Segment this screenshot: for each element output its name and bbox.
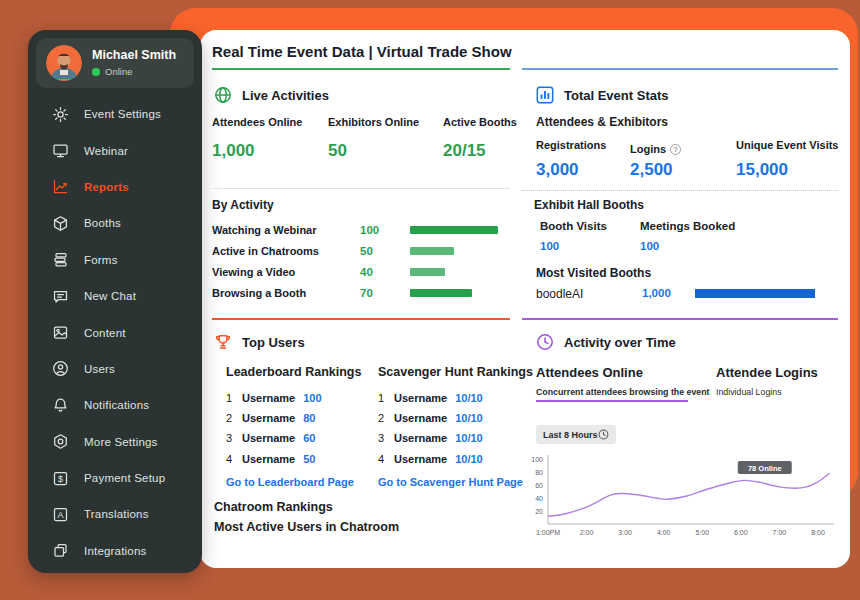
username: Username	[242, 392, 295, 404]
scavenger-row: 4Username10/10	[378, 453, 483, 465]
sidebar-item-payment-setup[interactable]: $ Payment Setup	[28, 460, 202, 496]
sidebar-item-more-settings[interactable]: More Settings	[28, 424, 202, 460]
rank: 4	[378, 453, 386, 465]
activity-value: 50	[360, 245, 410, 257]
username: Username	[242, 412, 295, 424]
integrations-icon	[52, 542, 69, 559]
user-circle-icon	[52, 360, 69, 377]
stat-label: Exhibitors Online	[328, 116, 419, 128]
title-underline	[212, 68, 510, 70]
hexagon-gear-icon	[52, 433, 69, 450]
x-tick: 3:00	[618, 529, 632, 536]
rank: 4	[226, 453, 234, 465]
activity-bar	[410, 268, 445, 276]
y-tick: 40	[535, 495, 543, 502]
sidebar-item-label: Forms	[84, 254, 118, 266]
activity-row: Browsing a Booth 70	[212, 285, 510, 301]
active-tab-underline	[536, 400, 688, 402]
sidebar-item-content[interactable]: Content	[28, 314, 202, 350]
sidebar-item-integrations[interactable]: Integrations	[28, 533, 202, 569]
attendees-exhibitors-subtitle: Attendees & Exhibitors	[536, 115, 668, 129]
score: 80	[303, 412, 315, 424]
chat-bubble-icon	[52, 288, 69, 305]
tab-attendees-online[interactable]: Attendees Online Concurrent attendees br…	[536, 365, 710, 397]
divider	[212, 188, 510, 189]
tab-sublabel: Concurrent attendees browsing the event	[536, 387, 710, 397]
activity-label: Browsing a Booth	[212, 287, 360, 299]
tab-attendee-logins[interactable]: Attendee Logins Individual Logins	[716, 365, 818, 397]
attendees-online-chart[interactable]: 204060801001:00PM2:003:004:005:006:007:0…	[522, 450, 842, 542]
sidebar-item-booths[interactable]: Booths	[28, 205, 202, 241]
score: 100	[303, 392, 321, 404]
rank: 2	[378, 412, 386, 424]
username: Username	[394, 453, 447, 465]
online-status-dot	[92, 68, 100, 76]
sidebar-item-label: Event Settings	[84, 108, 161, 120]
activity-time-top-border	[522, 318, 838, 320]
sidebar-item-webinar[interactable]: Webinar	[28, 132, 202, 168]
go-to-leaderboard-link[interactable]: Go to Leaderboard Page	[226, 476, 354, 488]
leaderboard-list: 1Username100 2Username80 3Username60 4Us…	[226, 392, 322, 473]
booth-visits-bar	[695, 289, 815, 298]
profile-info: Michael Smith Online	[92, 49, 176, 78]
stat-value: 50	[328, 141, 347, 161]
username: Username	[242, 432, 295, 444]
scavenger-list: 1Username10/10 2Username10/10 3Username1…	[378, 392, 483, 473]
online-status-label: Online	[105, 66, 132, 77]
activity-over-time-title: Activity over Time	[564, 335, 676, 350]
sidebar: Michael Smith Online Event Settings Webi…	[28, 30, 202, 573]
profile-card[interactable]: Michael Smith Online	[36, 38, 194, 88]
score: 60	[303, 432, 315, 444]
stat-label: Attendees Online	[212, 116, 302, 128]
chart-line-icon	[52, 178, 69, 195]
sidebar-item-label: Booths	[84, 217, 121, 229]
trophy-icon	[214, 333, 232, 351]
sidebar-item-label: Reports	[84, 181, 129, 193]
leaderboard-row: 3Username60	[226, 432, 322, 444]
sidebar-item-translations[interactable]: A Translations	[28, 496, 202, 532]
avatar	[46, 45, 82, 81]
live-activities-header: Live Activities	[214, 86, 329, 104]
x-tick: 5:00	[695, 529, 709, 536]
x-tick: 2:00	[580, 529, 594, 536]
time-range-label: Last 8 Hours	[543, 430, 598, 440]
sidebar-item-new-chat[interactable]: New Chat	[28, 278, 202, 314]
sidebar-item-label: Content	[84, 327, 126, 339]
help-icon[interactable]: ?	[670, 144, 681, 155]
activity-label: Active in Chatrooms	[212, 245, 360, 257]
logins-label-row: Logins?	[630, 139, 681, 157]
booth-value: 1,000	[642, 287, 671, 299]
sidebar-item-event-settings[interactable]: Event Settings	[28, 96, 202, 132]
activity-over-time-header: Activity over Time	[536, 333, 676, 351]
divider	[522, 190, 838, 191]
most-active-users-title: Most Active Users in Chatroom	[214, 520, 399, 534]
profile-name: Michael Smith	[92, 49, 176, 63]
scavenger-row: 1Username10/10	[378, 392, 483, 404]
sidebar-item-users[interactable]: Users	[28, 351, 202, 387]
x-tick: 8:00	[811, 529, 825, 536]
meetings-booked-value: 100	[640, 240, 659, 252]
stat-value: 3,000	[536, 160, 579, 180]
rank: 2	[226, 412, 234, 424]
activity-value: 100	[360, 224, 410, 236]
sidebar-item-reports[interactable]: Reports	[28, 169, 202, 205]
leaderboard-row: 2Username80	[226, 412, 322, 424]
sidebar-item-notifications[interactable]: Notifications	[28, 387, 202, 423]
leaderboard-rankings-title: Leaderboard Rankings	[226, 365, 361, 379]
chart-tooltip-label: 78 Online	[748, 464, 782, 473]
by-activity-title: By Activity	[212, 198, 274, 212]
top-users-header: Top Users	[214, 333, 305, 351]
attendees-online-line	[548, 473, 830, 516]
activity-label: Watching a Webinar	[212, 224, 360, 236]
live-activities-title: Live Activities	[242, 88, 329, 103]
time-range-button[interactable]: Last 8 Hours	[536, 425, 616, 444]
rank: 3	[226, 432, 234, 444]
svg-text:$: $	[58, 473, 63, 483]
activity-row: Watching a Webinar 100	[212, 222, 510, 238]
sidebar-item-forms[interactable]: Forms	[28, 242, 202, 278]
sidebar-item-label: Payment Setup	[84, 472, 165, 484]
leaderboard-row: 4Username50	[226, 453, 322, 465]
x-tick: 6:00	[734, 529, 748, 536]
svg-text:A: A	[57, 510, 63, 520]
go-to-scavenger-link[interactable]: Go to Scavenger Hunt Page	[378, 476, 523, 488]
